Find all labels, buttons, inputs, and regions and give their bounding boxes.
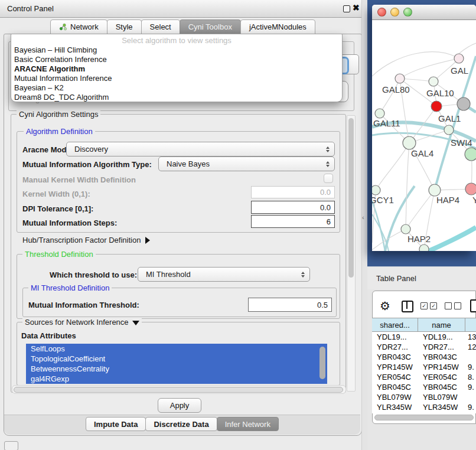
settings-vscrollbar-thumb[interactable] (348, 118, 354, 278)
hub-definition-toggle[interactable]: Hub/Transcription Factor Definition (22, 236, 150, 244)
node-gal10[interactable] (429, 77, 438, 86)
data-attributes-list[interactable]: SelfLoops TopologicalCoefficient Between… (26, 344, 327, 384)
combo-arrows-icon (326, 161, 330, 167)
column-header-name[interactable]: name (418, 318, 465, 331)
minimize-traffic-light[interactable] (390, 8, 399, 17)
tab-impute-data[interactable]: Impute Data (86, 417, 146, 431)
dropdown-item[interactable]: Mutual Information Inference (11, 73, 342, 83)
settings-hscrollbar-thumb[interactable] (14, 387, 343, 393)
mi-threshold-field[interactable]: 0.5 (248, 298, 332, 312)
tab-select-label: Select (150, 22, 171, 31)
kernel-width-value: 0.0 (320, 188, 331, 197)
cell-shared: YER054C (372, 372, 418, 382)
table-row[interactable]: YPR145W YPR145W 9. (372, 362, 476, 372)
table-row[interactable]: YDR27... YDR27... 12 (372, 342, 476, 352)
network-graph: GAL GAL80 GAL10 GAL1 GAL11 SWI4 GAL4 GCY… (372, 19, 476, 251)
tab-style-label: Style (116, 22, 133, 31)
tab-network[interactable]: Network (50, 19, 107, 34)
table-row[interactable]: YDL19... YDL19... 13 (372, 332, 476, 342)
table-row[interactable]: YER054C YER054C 8. (372, 372, 476, 382)
table-panel-title: Table Panel (376, 274, 416, 283)
network-icon (59, 23, 67, 31)
close-icon[interactable]: ✖ (353, 3, 360, 12)
select-all-icon[interactable]: ✓ ✓ (420, 302, 437, 309)
node-gal80[interactable] (395, 74, 405, 83)
table-hscrollbar[interactable] (373, 413, 475, 421)
list-item-selected[interactable]: gal4RGexp (26, 374, 327, 384)
cell-name: YBR043C (418, 352, 465, 362)
list-item-selected[interactable]: TopologicalCoefficient (26, 354, 327, 364)
settings-vscrollbar[interactable] (347, 115, 356, 392)
column-header-partial[interactable] (465, 318, 476, 331)
tab-select[interactable]: Select (141, 19, 180, 34)
zoom-traffic-light[interactable] (403, 8, 412, 17)
apply-button-label: Apply (170, 401, 190, 410)
aracne-mode-select[interactable]: Discovery (66, 142, 335, 156)
apply-button[interactable]: Apply (158, 398, 201, 413)
tab-jactivemnodules[interactable]: jActiveMNodules (240, 19, 315, 34)
node-gal4[interactable] (403, 136, 416, 149)
checked-box-icon: ✓ (420, 302, 428, 309)
list-vscrollbar-thumb[interactable] (319, 347, 325, 379)
mi-type-select[interactable]: Naive Bayes (158, 156, 335, 171)
new-table-icon[interactable] (470, 299, 476, 312)
table-row[interactable]: YBR043C YBR043C (372, 352, 476, 362)
cell-value: 9. (465, 382, 476, 392)
columns-icon[interactable] (402, 301, 413, 312)
tab-discretize-data[interactable]: Discretize Data (145, 417, 217, 431)
node-hap2[interactable] (401, 224, 410, 234)
node-hap4[interactable] (429, 184, 441, 196)
mi-steps-label: Mutual Information Steps: (22, 219, 117, 227)
manual-kernel-label: Manual Kernel Width Definition (22, 175, 136, 184)
dpi-tolerance-value: 0.0 (320, 203, 331, 212)
node-label: SWI4 (451, 138, 472, 148)
gear-icon[interactable]: ⚙ (380, 300, 390, 312)
tab-style[interactable]: Style (107, 19, 142, 34)
cell-name: YBR045C (418, 382, 465, 392)
node-gal-top[interactable] (454, 54, 464, 63)
table-row[interactable]: YBR045C YBR045C 9. (372, 382, 476, 392)
which-threshold-select[interactable]: MI Threshold (138, 267, 310, 282)
cell-shared: YDL19... (372, 332, 418, 342)
table-row[interactable]: YLR345W YLR345W 9. (372, 402, 476, 412)
divider-collapse-icon[interactable]: ‹ (362, 214, 364, 221)
dropdown-item[interactable]: Bayesian – Hill Climbing (11, 45, 342, 55)
node-gal1[interactable] (431, 101, 442, 112)
float-window-icon[interactable] (343, 5, 350, 12)
manual-kernel-checkbox[interactable] (324, 174, 333, 183)
dropdown-item[interactable]: Dream8 DC_TDC Algorithm (11, 92, 342, 102)
network-canvas[interactable]: GAL GAL80 GAL10 GAL1 GAL11 SWI4 GAL4 GCY… (372, 19, 476, 251)
bottom-tabs: Impute Data Discretize Data Infer Networ… (86, 417, 279, 431)
node-gray[interactable] (457, 97, 470, 110)
settings-hscrollbar[interactable] (12, 385, 346, 394)
node-bottom[interactable] (419, 244, 429, 251)
table-row[interactable]: YBL079W YBL079W (372, 392, 476, 402)
node-green-right[interactable] (465, 148, 476, 161)
tab-infer-network[interactable]: Infer Network (217, 417, 279, 431)
node-label: HAP4 (436, 195, 459, 205)
list-item-selected[interactable]: BetweennessCentrality (26, 364, 327, 374)
table-hscrollbar-thumb[interactable] (374, 415, 474, 420)
node-gal11[interactable] (375, 109, 384, 118)
dropdown-item[interactable]: Bayesian – K2 (11, 83, 342, 92)
network-view-window[interactable]: GAL GAL80 GAL10 GAL1 GAL11 SWI4 GAL4 GCY… (372, 5, 476, 251)
tab-infer-network-label: Infer Network (225, 420, 270, 429)
node-gcy1[interactable] (372, 185, 380, 195)
unchecked-box-icon (454, 302, 461, 309)
cell-name: YLR345W (418, 402, 465, 412)
sources-toggle[interactable]: Sources for Network Inference (22, 318, 142, 327)
mi-steps-field[interactable]: 6 (251, 215, 335, 228)
collapsed-panel-icon[interactable] (4, 441, 18, 450)
node-swi4[interactable] (444, 125, 454, 135)
list-item-selected[interactable]: SelfLoops (26, 344, 327, 354)
dropdown-item[interactable]: Basic Correlation Inference (11, 55, 342, 64)
network-window-titlebar[interactable] (372, 5, 476, 20)
tab-cyni-toolbox[interactable]: Cyni Toolbox (180, 19, 241, 34)
tab-network-label: Network (70, 22, 99, 31)
node-salmon[interactable] (465, 183, 476, 195)
close-traffic-light[interactable] (377, 8, 386, 17)
column-header-shared[interactable]: shared... (372, 318, 418, 331)
dropdown-item-selected[interactable]: ARACNE Algorithm (11, 64, 342, 74)
deselect-all-icon[interactable] (445, 302, 461, 309)
dpi-tolerance-field[interactable]: 0.0 (251, 201, 335, 214)
